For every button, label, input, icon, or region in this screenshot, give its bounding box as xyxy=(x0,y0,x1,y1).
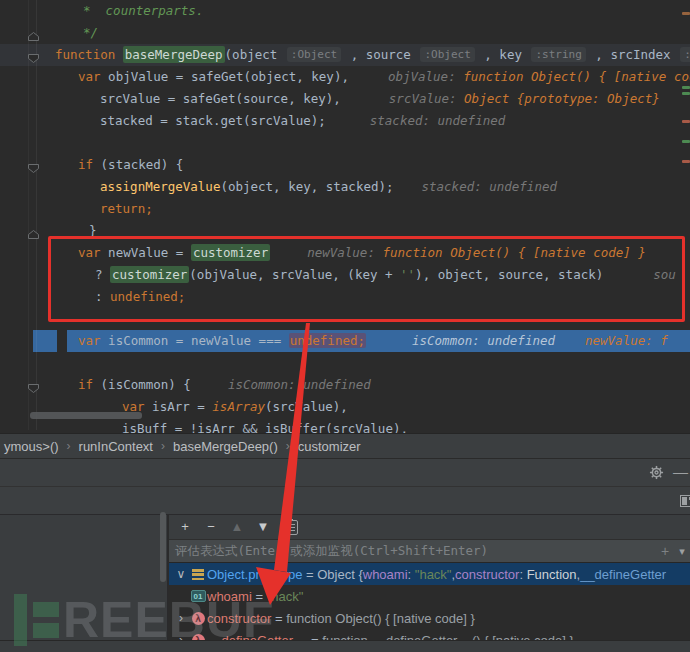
text-segment: } xyxy=(89,223,97,238)
breadcrumb-item[interactable]: baseMergeDeep() xyxy=(169,439,282,454)
remove-watch-button-icon[interactable]: − xyxy=(203,519,219,535)
breadcrumb-item[interactable]: customizer xyxy=(294,439,365,454)
stripe-mark[interactable] xyxy=(682,160,690,163)
text-segment: sou xyxy=(653,267,676,282)
text-segment: , key xyxy=(477,47,530,62)
debug-console-header xyxy=(0,487,690,515)
text-segment: ? xyxy=(95,267,110,282)
breadcrumb-item[interactable]: runInContext xyxy=(75,439,157,454)
text-segment: , srcIndex xyxy=(588,47,678,62)
text-segment: function Object() { [native code] } xyxy=(382,245,645,260)
breadcrumb-item[interactable]: ymous>() xyxy=(0,439,63,454)
code-line[interactable]: : undefined; xyxy=(0,286,690,308)
text-segment: function Object() { [native code] } xyxy=(286,611,475,626)
tree-chevron-icon[interactable]: ∨ xyxy=(173,567,189,581)
text-segment: whoami xyxy=(363,567,408,582)
code-line[interactable]: assignMergeValue(object, key, stacked);s… xyxy=(0,176,690,198)
settings-gear-icon[interactable] xyxy=(649,465,664,484)
code-lines: * counterparts.*/function baseMergeDeep(… xyxy=(0,0,690,433)
text-segment: srcValue: xyxy=(389,91,464,106)
vertical-scrollbar-thumb[interactable] xyxy=(160,512,166,582)
code-editor[interactable]: * counterparts.*/function baseMergeDeep(… xyxy=(0,0,690,433)
breadcrumb-separator: › xyxy=(63,439,75,453)
stripe-mark[interactable] xyxy=(682,92,690,95)
text-segment: function Object() { [native code] xyxy=(463,69,690,84)
code-line[interactable]: stacked = stack.get(srcValue);stacked: u… xyxy=(0,110,690,132)
watch-row[interactable]: ›λ__defineGetter__ = function __defineGe… xyxy=(169,629,690,640)
text-segment: :string xyxy=(531,47,585,62)
text-segment: __defineGetter xyxy=(580,567,666,582)
code-line[interactable]: var objValue = safeGet(object, key),objV… xyxy=(0,66,690,88)
text-segment: Object { xyxy=(317,567,363,582)
stripe-mark[interactable] xyxy=(682,120,690,123)
text-segment: customizer xyxy=(191,244,270,261)
row-icon-slot xyxy=(189,569,207,580)
code-line[interactable]: } xyxy=(0,220,690,242)
code-line[interactable] xyxy=(0,308,690,330)
code-line[interactable]: srcValue = safeGet(source, key),srcValue… xyxy=(0,88,690,110)
text-segment: * counterparts. xyxy=(83,3,203,18)
fold-collapse-icon[interactable] xyxy=(27,226,40,244)
add-watch-inline-icon[interactable]: + xyxy=(656,543,674,559)
watch-row[interactable]: ›λconstructor = function Object() { [nat… xyxy=(169,607,690,629)
text-segment: (object, key, stacked); xyxy=(220,179,393,194)
horizontal-scrollbar-thumb[interactable] xyxy=(30,412,142,419)
code-line[interactable] xyxy=(0,352,690,374)
watch-row[interactable]: 01whoami = "hack" xyxy=(169,585,690,607)
primitive-value-icon: 01 xyxy=(191,590,206,602)
text-segment: Object.prototype xyxy=(207,567,302,582)
stripe-mark[interactable] xyxy=(682,86,690,89)
hide-panel-icon[interactable]: — xyxy=(673,463,688,480)
code-line[interactable]: var newValue = customizernewValue: funct… xyxy=(0,242,690,264)
frames-pane-empty xyxy=(0,515,168,640)
move-down-button-icon[interactable]: ▼ xyxy=(255,519,271,535)
move-up-button-icon[interactable]: ▲ xyxy=(229,519,245,535)
code-line[interactable]: ? customizer(objValue, srcValue, (key + … xyxy=(0,264,690,286)
text-segment: '' xyxy=(400,267,415,282)
code-line[interactable]: isBuff = !isArr && isBuffer(srcValue), xyxy=(0,418,690,433)
code-line[interactable]: return; xyxy=(0,198,690,220)
code-line[interactable]: if (isCommon) {isCommon: undefined xyxy=(0,374,690,396)
text-segment: :Object xyxy=(420,47,474,62)
code-line[interactable]: function baseMergeDeep(object :Object , … xyxy=(0,44,690,66)
text-segment: baseMergeDeep xyxy=(123,46,225,63)
text-segment: , source xyxy=(343,47,418,62)
text-segment: = xyxy=(307,633,322,641)
fold-expand-icon[interactable] xyxy=(27,160,40,178)
text-segment: : xyxy=(519,567,526,582)
text-segment: var xyxy=(78,245,108,260)
tree-chevron-icon[interactable]: › xyxy=(173,633,189,640)
evaluate-expression-input[interactable]: 评估表达式(Enter)或添加监视(Ctrl+Shift+Enter) + ▾ xyxy=(169,539,690,563)
ide-window: * counterparts.*/function baseMergeDeep(… xyxy=(0,0,690,652)
breadcrumb: ymous>()›runInContext›baseMergeDeep()›cu… xyxy=(0,433,690,458)
stripe-mark[interactable] xyxy=(682,12,690,15)
copy-button-icon[interactable] xyxy=(285,520,298,535)
code-line[interactable] xyxy=(0,132,690,154)
change-layout-icon[interactable] xyxy=(680,495,690,507)
code-line[interactable]: * counterparts. xyxy=(0,0,690,22)
text-segment: customizer xyxy=(110,266,189,283)
text-segment: constructor xyxy=(455,567,519,582)
code-line[interactable]: */ xyxy=(0,22,690,44)
fold-expand-icon[interactable] xyxy=(27,50,40,68)
tree-chevron-icon[interactable]: › xyxy=(173,611,189,625)
text-segment: newValue: xyxy=(307,245,382,260)
fold-collapse-icon[interactable] xyxy=(27,28,40,46)
add-watch-button-icon[interactable]: + xyxy=(177,519,193,535)
text-segment: if xyxy=(78,157,101,172)
code-line[interactable]: var isCommon = newValue === undefined;is… xyxy=(0,330,690,352)
bottom-strip xyxy=(0,640,690,652)
watch-icon xyxy=(192,569,204,580)
stripe-mark[interactable] xyxy=(682,140,690,143)
code-line[interactable]: if (stacked) { xyxy=(0,154,690,176)
watches-toolbar: +−▲▼ xyxy=(169,515,690,539)
fold-expand-icon[interactable] xyxy=(27,380,40,398)
expand-dropdown-icon[interactable]: ▾ xyxy=(674,545,690,558)
text-segment: isCommon: undefined xyxy=(412,333,555,348)
text-segment: ), object, source, stack) xyxy=(415,267,603,282)
text-segment: var xyxy=(78,69,108,84)
text-segment: (stacked) { xyxy=(101,157,184,172)
watch-row[interactable]: ∨Object.prototype = Object {whoami: "hac… xyxy=(169,563,690,585)
text-segment: objValue: xyxy=(388,69,463,84)
text-segment: (isCommon) { xyxy=(101,377,191,392)
